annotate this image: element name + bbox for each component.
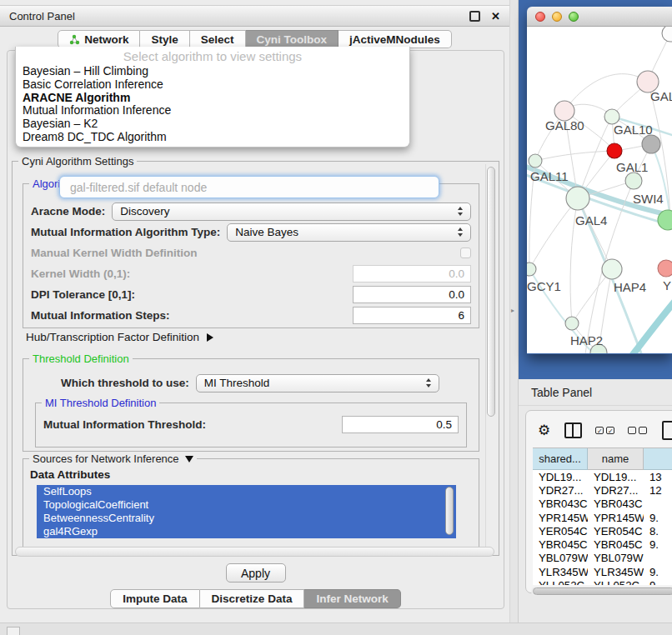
kernel-width-input[interactable]: 0.0 [353,265,471,282]
table-panel-region: Table Panel ⚙ ✓✓ shared...name YDL19...Y… [519,379,672,622]
network-window-titlebar[interactable] [527,7,672,27]
network-select-combobox[interactable]: gal-filtered.sif default node [59,176,439,198]
tab-select[interactable]: Select [190,30,246,48]
network-view-window[interactable]: GAL7GAL80GAL10GAL1GAL11SWI4GAL4GCY1HAP4Y… [527,7,672,354]
minimized-panel-icon[interactable] [7,627,20,635]
settings-horizontal-scrollbar[interactable] [15,547,494,557]
hub-transcription-factor-expander[interactable]: Hub/Transcription Factor Definition [26,331,213,343]
gear-icon[interactable]: ⚙ [538,423,550,438]
algorithm-option[interactable]: Bayesian – K2 [16,118,409,131]
panel-splitter[interactable]: ▸ [510,0,519,622]
tab-label: Style [151,33,178,46]
table-row[interactable]: YER054CYER054C8. [533,524,672,538]
settings-vertical-scrollbar[interactable] [485,164,498,551]
table-cell: 9. [644,538,672,551]
table-row[interactable]: YBR045CYBR045C9. [533,538,672,551]
aracne-mode-select[interactable]: Discovery [112,202,471,221]
column-header[interactable]: shared... [533,448,588,470]
table-row[interactable]: YPR145WYPR145W9. [533,511,672,524]
attribute-item[interactable]: BetweennessCentrality [37,512,456,525]
table-row[interactable]: YLL052CYLL052C9. [533,578,672,585]
table-cell: 13 [644,470,672,483]
table-horizontal-scrollbar[interactable] [531,587,672,596]
scrollbar-thumb[interactable] [487,167,495,417]
column-header[interactable]: name [588,448,644,470]
control-panel-tabstrip: Network Style Select Cyni Toolbox jActiv… [0,30,509,48]
tab-infer-network[interactable]: Infer Network [304,589,400,608]
select-all-columns-icon[interactable]: ✓✓ [595,427,614,434]
tab-jactivemnodules[interactable]: jActiveMNodules [339,30,452,48]
deselect-all-columns-icon[interactable] [628,427,647,434]
table-cell: YBL079W [533,552,588,565]
table-row[interactable]: YDR27...YDR27...12 [533,483,672,497]
table-cell: 8. [644,524,672,538]
sources-group-title[interactable]: Sources for Network Inference [29,452,197,465]
table-cell: YER054C [588,524,644,538]
network-canvas[interactable]: GAL7GAL80GAL10GAL1GAL11SWI4GAL4GCY1HAP4Y… [527,27,672,353]
apply-button[interactable]: Apply [226,563,286,582]
network-icon [69,34,80,45]
combo-arrows-icon [426,378,431,388]
node-Y[interactable] [658,260,672,277]
splitter-arrow-icon[interactable]: ▸ [511,307,514,314]
table-row[interactable]: YDL19...YDL19...13 [533,470,672,483]
kernel-width-label: Kernel Width (0,1): [31,268,130,280]
tab-impute-data[interactable]: Impute Data [110,589,199,608]
mi-threshold-input[interactable]: 0.5 [342,416,459,433]
table-cell: YBL079W [588,552,644,565]
cyni-bottom-tabstrip: Impute Data Discretize Data Infer Networ… [8,589,504,608]
algorithm-option[interactable]: ARACNE Algorithm [16,92,409,105]
zoom-traffic-light[interactable] [569,12,579,22]
attribute-item[interactable]: TopologicalCoefficient [37,498,456,512]
table-row[interactable]: YLR345WYLR345W9. [533,565,672,578]
close-traffic-light[interactable] [535,12,545,22]
float-window-icon[interactable] [469,11,480,22]
node-GAL11[interactable] [529,154,542,168]
node-GAL1[interactable] [607,143,622,158]
network-edge [629,297,672,353]
attribute-item[interactable]: SelfLoops [37,485,456,498]
mi-steps-input[interactable]: 6 [353,307,471,324]
table-cell: YDR27... [533,483,588,497]
algorithm-option[interactable]: Basic Correlation Inference [16,78,409,92]
tab-discretize-data[interactable]: Discretize Data [200,589,305,608]
network-graph: GAL7GAL80GAL10GAL1GAL11SWI4GAL4GCY1HAP4Y… [527,27,672,353]
columns-icon[interactable] [564,422,582,438]
scrollbar-thumb[interactable] [533,588,672,595]
tab-cyni-toolbox[interactable]: Cyni Toolbox [246,30,339,48]
node-GCY1[interactable] [527,262,536,276]
node-HAP2[interactable] [565,317,579,330]
table-cell [644,552,672,565]
table-row[interactable]: YBR043CYBR043C [533,498,672,511]
control-panel-title: Control Panel [9,10,75,22]
close-icon[interactable]: ✕ [491,11,500,22]
algorithm-option[interactable]: Mutual Information Inference [16,104,409,118]
dpi-tolerance-input[interactable]: 0.0 [353,286,471,303]
algorithm-option[interactable]: Dream8 DC_TDC Algorithm [16,131,409,144]
manual-kernel-width-checkbox[interactable] [460,248,471,258]
table-row[interactable]: YBL079WYBL079W [533,552,672,565]
algorithm-option[interactable]: Bayesian – Hill Climbing [16,65,409,78]
attribute-item[interactable]: gal4RGexp [37,525,456,538]
tab-label: Infer Network [316,592,388,605]
column-header[interactable] [644,448,672,470]
data-attributes-list[interactable]: SelfLoopsTopologicalCoefficientBetweenne… [37,485,456,538]
tab-style[interactable]: Style [140,30,189,48]
hub-label: Hub/Transcription Factor Definition [26,331,199,343]
node-label: GAL80 [545,118,584,132]
table-cell: YDL19... [533,470,588,483]
network-node[interactable] [642,135,660,153]
mi-algorithm-type-select[interactable]: Naive Bayes [227,223,471,242]
minimize-traffic-light[interactable] [552,12,562,22]
table-cell: YBR045C [588,538,644,551]
node-HAP4[interactable] [602,259,622,279]
which-threshold-select[interactable]: MI Threshold [196,374,439,392]
node-SWI4[interactable] [625,172,642,189]
tab-network[interactable]: Network [58,30,140,48]
list-scrollbar[interactable] [445,487,454,535]
network-node[interactable] [662,27,672,42]
node-label: HAP2 [570,333,603,348]
node-GAL4[interactable] [566,187,589,210]
function-builder-icon[interactable] [662,421,672,440]
algorithm-dropdown: Select algorithm to view settings Bayesi… [15,47,410,148]
